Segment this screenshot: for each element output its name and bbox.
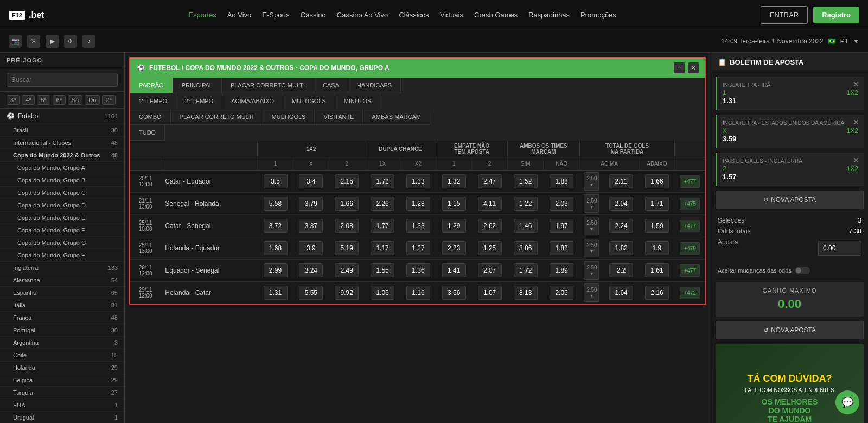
odd-btn-x[interactable]: 5.55 xyxy=(299,286,323,300)
league-brasil[interactable]: Brasil 30 xyxy=(0,124,124,137)
more-odds-button[interactable]: +477 xyxy=(680,175,700,188)
minimize-button[interactable]: − xyxy=(674,62,685,73)
odd-btn-emp2[interactable]: 4.11 xyxy=(478,197,502,211)
filter-2a[interactable]: 2ª xyxy=(102,95,115,105)
bet-close-2[interactable]: ✕ xyxy=(853,118,859,127)
odd-btn-1[interactable]: 1.68 xyxy=(264,241,288,255)
odd-btn-emp2[interactable]: 2.07 xyxy=(478,263,502,277)
odd-btn-acima[interactable]: 1.82 xyxy=(609,241,633,255)
chat-bubble[interactable]: 💬 xyxy=(835,390,859,414)
odd-btn-acima[interactable]: 2.04 xyxy=(609,197,633,211)
tab-acima-abaixo[interactable]: PLACAR CORRETO MULTI xyxy=(222,78,314,93)
nav-esportes[interactable]: Esportes xyxy=(188,11,216,19)
accept-odds-toggle[interactable] xyxy=(795,267,810,274)
odd-btn-2[interactable]: 2.15 xyxy=(335,174,359,188)
odd-btn-1x[interactable]: 1.72 xyxy=(371,174,394,188)
league-franca[interactable]: França 48 xyxy=(0,312,124,324)
league-grupo-c[interactable]: Copa do Mundo, Grupo C xyxy=(0,187,124,199)
odd-btn-emp1[interactable]: 1.41 xyxy=(442,263,466,277)
league-grupo-e[interactable]: Copa do Mundo, Grupo E xyxy=(0,212,124,224)
odd-btn-abaixo[interactable]: 1.59 xyxy=(645,219,669,233)
odd-btn-nao[interactable]: 1.88 xyxy=(550,174,573,188)
odd-btn-acima[interactable]: 1.64 xyxy=(609,286,633,300)
tab-minutos[interactable]: VISITANTE xyxy=(315,109,363,125)
filter-3a[interactable]: 3ª xyxy=(7,95,20,105)
odd-btn-nao[interactable]: 1.82 xyxy=(550,241,573,255)
odd-btn-1[interactable]: 3.5 xyxy=(264,174,288,188)
odd-btn-x[interactable]: 3.24 xyxy=(299,263,323,277)
odd-btn-abaixo[interactable]: 2.16 xyxy=(645,286,669,300)
league-grupo-f[interactable]: Copa do Mundo, Grupo F xyxy=(0,224,124,237)
league-grupo-g[interactable]: Copa do Mundo, Grupo G xyxy=(0,237,124,249)
filter-4a[interactable]: 4ª xyxy=(22,95,35,105)
odd-btn-1x[interactable]: 1.77 xyxy=(371,219,394,233)
league-copa[interactable]: Copa do Mundo 2022 & Outros 48 xyxy=(0,149,124,162)
tab-combo[interactable]: COMBO xyxy=(130,109,171,125)
odd-btn-x[interactable]: 3.4 xyxy=(299,174,323,188)
league-holanda[interactable]: Holanda 29 xyxy=(0,362,124,374)
league-portugal[interactable]: Portugal 30 xyxy=(0,324,124,337)
league-internacional[interactable]: Internacional - Clubes 48 xyxy=(0,137,124,149)
match-name[interactable]: Holanda - Catar xyxy=(161,282,257,304)
dropdown-acima[interactable]: 2.50 ▾ xyxy=(584,194,599,213)
match-name[interactable]: Equador - Senegal xyxy=(161,260,257,282)
odd-btn-emp1[interactable]: 1.15 xyxy=(442,197,466,211)
odd-btn-emp2[interactable]: 2.47 xyxy=(478,174,502,188)
bet-close-1[interactable]: ✕ xyxy=(853,80,859,89)
odd-btn-acima[interactable]: 2.24 xyxy=(609,219,633,233)
odd-btn-emp1[interactable]: 2.23 xyxy=(442,241,466,255)
telegram-icon[interactable]: ✈ xyxy=(64,35,77,48)
odd-btn-abaixo[interactable]: 1.71 xyxy=(645,197,669,211)
more-odds-button[interactable]: +479 xyxy=(680,242,700,255)
nav-raspadinhas[interactable]: Raspadinhas xyxy=(528,11,570,19)
league-italia[interactable]: Itália 81 xyxy=(0,299,124,312)
search-input[interactable] xyxy=(7,73,118,87)
tab-placar-correto[interactable]: PLACAR CORRETO MULTI xyxy=(171,109,263,125)
match-name[interactable]: Catar - Senegal xyxy=(161,215,257,237)
league-uruguai[interactable]: Uruguai 1 xyxy=(0,412,124,423)
league-espanha[interactable]: Espanha 65 xyxy=(0,287,124,299)
odd-btn-1x[interactable]: 2.26 xyxy=(371,197,394,211)
odd-btn-1x[interactable]: 1.06 xyxy=(371,286,394,300)
league-argentina[interactable]: Argentina 3 xyxy=(0,337,124,349)
odd-btn-abaixo[interactable]: 1.61 xyxy=(645,263,669,277)
odd-btn-abaixo[interactable]: 1.66 xyxy=(645,174,669,188)
odd-btn-1[interactable]: 1.31 xyxy=(264,286,288,300)
tab-casa[interactable]: ACIMA/ABAIXO xyxy=(222,93,283,109)
dropdown-acima[interactable]: 2.50 ▾ xyxy=(584,261,599,280)
odd-btn-sim[interactable]: 8.13 xyxy=(514,286,538,300)
tab-2tempo[interactable]: 2º TEMPO xyxy=(176,93,222,109)
odd-btn-sim[interactable]: 1.72 xyxy=(514,263,538,277)
filter-6a[interactable]: 6ª xyxy=(53,95,66,105)
nav-ao-vivo[interactable]: Ao Vivo xyxy=(227,11,252,19)
odd-btn-acima[interactable]: 2.2 xyxy=(609,263,633,277)
odd-btn-1x[interactable]: 1.55 xyxy=(371,263,394,277)
tab-especiais[interactable]: AMBAS MARCAM xyxy=(363,109,430,125)
odd-btn-2[interactable]: 5.19 xyxy=(335,241,359,255)
close-button[interactable]: ✕ xyxy=(688,62,699,73)
youtube-icon[interactable]: ▶ xyxy=(46,35,59,48)
odd-btn-nao[interactable]: 1.89 xyxy=(550,263,573,277)
odd-btn-x2[interactable]: 1.33 xyxy=(406,219,430,233)
league-inglaterra[interactable]: Inglaterra 133 xyxy=(0,262,124,274)
odd-btn-emp2[interactable]: 1.25 xyxy=(478,241,502,255)
odd-btn-x[interactable]: 3.79 xyxy=(299,197,323,211)
twitter-icon[interactable]: 𝕏 xyxy=(27,35,40,48)
odd-btn-abaixo[interactable]: 1.9 xyxy=(645,241,669,255)
league-chile[interactable]: Chile 15 xyxy=(0,349,124,362)
sport-futebol[interactable]: ⚽ Futebol 1161 xyxy=(0,109,124,124)
tab-principal[interactable]: PRINCIPAL xyxy=(173,78,222,93)
instagram-icon[interactable]: 📷 xyxy=(9,35,22,48)
odd-btn-1[interactable]: 3.72 xyxy=(264,219,288,233)
league-grupo-a[interactable]: Copa do Mundo, Grupo A xyxy=(0,162,124,174)
odd-btn-1[interactable]: 2.99 xyxy=(264,263,288,277)
entrar-button[interactable]: ENTRAR xyxy=(761,6,808,24)
odd-btn-nao[interactable]: 2.05 xyxy=(550,286,573,300)
more-odds-button[interactable]: +472 xyxy=(680,287,700,299)
odd-btn-x[interactable]: 3.37 xyxy=(299,219,323,233)
odd-btn-x2[interactable]: 1.28 xyxy=(406,197,430,211)
league-grupo-b[interactable]: Copa do Mundo, Grupo B xyxy=(0,174,124,187)
odd-btn-sim[interactable]: 1.52 xyxy=(514,174,538,188)
odd-btn-x2[interactable]: 1.36 xyxy=(406,263,430,277)
odd-btn-x2[interactable]: 1.33 xyxy=(406,174,430,188)
